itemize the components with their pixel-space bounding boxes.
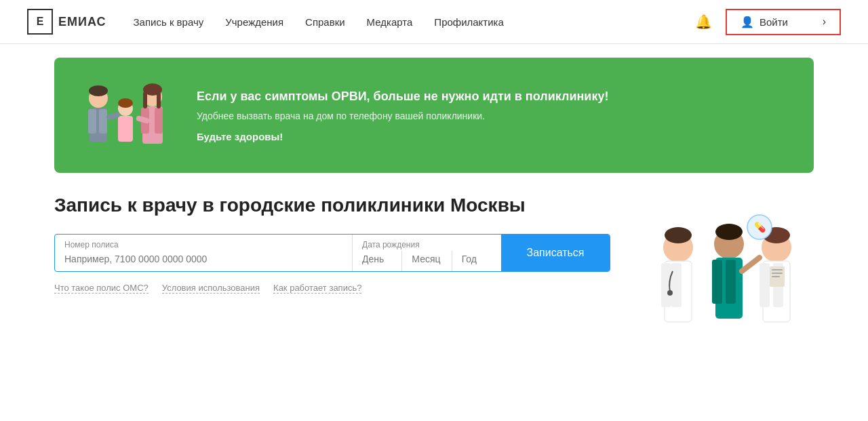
banner: Если у вас симптомы ОРВИ, больше не нужн… (54, 58, 814, 173)
nav-item-prevention[interactable]: Профилактика (434, 16, 504, 28)
svg-rect-21 (671, 263, 682, 307)
login-button[interactable]: 👤 Войти › (726, 9, 841, 35)
appointment-title: Запись к врачу в городские поликлиники М… (54, 193, 610, 218)
svg-rect-3 (99, 109, 107, 134)
nav-item-medcard[interactable]: Медкарта (367, 16, 413, 28)
svg-rect-37 (772, 276, 780, 277)
appointment-form-row: Номер полиса Дата рождения (54, 234, 610, 272)
doctors-svg: 💊 (624, 193, 814, 383)
arrow-right-icon: › (823, 16, 826, 28)
policy-input[interactable] (55, 251, 352, 271)
submit-button[interactable]: Записаться (501, 235, 610, 271)
dob-label: Дата рождения (353, 235, 501, 251)
main-content: Если у вас симптомы ОРВИ, больше не нужн… (27, 44, 841, 397)
banner-title: Если у вас симптомы ОРВИ, больше не нужн… (197, 88, 793, 105)
svg-point-14 (118, 98, 133, 108)
banner-illustration (75, 71, 183, 159)
logo-letter: Е (37, 16, 44, 28)
dob-year-group (452, 251, 501, 271)
svg-rect-32 (760, 263, 770, 307)
notification-icon[interactable]: 🔔 (695, 14, 712, 30)
svg-rect-26 (712, 260, 722, 304)
svg-text:💊: 💊 (754, 222, 766, 233)
link-oms[interactable]: Что такое полис ОМС? (54, 283, 149, 294)
nav-item-references[interactable]: Справки (305, 16, 345, 28)
user-icon: 👤 (741, 16, 754, 28)
dob-group: Дата рождения (353, 235, 501, 271)
svg-line-28 (742, 258, 760, 271)
login-label: Войти (760, 16, 788, 28)
header-right: 🔔 👤 Войти › (695, 9, 841, 35)
logo-name: ЕМИАС (58, 15, 106, 29)
link-howto[interactable]: Как работает запись? (273, 283, 361, 294)
svg-rect-11 (157, 92, 161, 108)
svg-rect-27 (726, 260, 736, 304)
banner-cta[interactable]: Будьте здоровы! (197, 131, 793, 142)
policy-label: Номер полиса (55, 235, 352, 251)
appointment-form-area: Запись к врачу в городские поликлиники М… (54, 193, 610, 294)
family-svg (75, 71, 183, 159)
header: Е ЕМИАС Запись к врачу Учреждения Справк… (0, 0, 868, 44)
dob-month-input[interactable] (402, 251, 451, 271)
svg-point-24 (715, 224, 743, 240)
nav-item-institutions[interactable]: Учреждения (225, 16, 283, 28)
logo-box: Е (27, 9, 53, 35)
svg-rect-13 (118, 116, 133, 142)
doctors-illustration: 💊 (624, 193, 814, 383)
dob-day-group (353, 251, 402, 271)
policy-group: Номер полиса (55, 235, 353, 271)
svg-rect-8 (155, 108, 163, 134)
dob-month-group (402, 251, 452, 271)
appointment-section: Запись к врачу в городские поликлиники М… (54, 193, 814, 383)
logo[interactable]: Е ЕМИАС (27, 9, 106, 35)
nav-item-doctor[interactable]: Запись к врачу (134, 16, 204, 28)
svg-point-18 (665, 227, 692, 243)
svg-rect-10 (143, 92, 147, 108)
dob-day-input[interactable] (353, 251, 401, 271)
main-nav: Запись к врачу Учреждения Справки Медкар… (134, 16, 696, 28)
form-links: Что такое полис ОМС? Условия использован… (54, 283, 610, 294)
dob-year-input[interactable] (452, 251, 501, 271)
svg-rect-35 (772, 269, 783, 270)
svg-point-4 (89, 85, 108, 96)
banner-text: Если у вас симптомы ОРВИ, больше не нужн… (197, 88, 793, 142)
svg-point-22 (667, 290, 673, 296)
link-terms[interactable]: Условия использования (162, 283, 260, 294)
banner-subtitle: Удобнее вызвать врача на дом по телефону… (197, 111, 793, 121)
svg-rect-36 (772, 273, 783, 274)
svg-rect-2 (88, 109, 96, 134)
